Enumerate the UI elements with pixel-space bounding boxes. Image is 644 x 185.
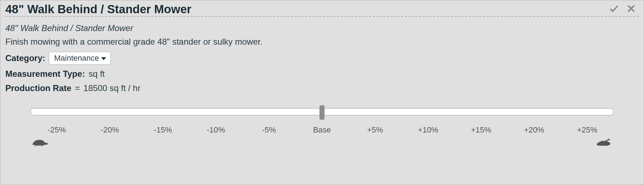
slider-tick: -15% bbox=[136, 125, 189, 135]
production-rate-value: 18500 sq ft / hr bbox=[83, 83, 140, 93]
slider-tick: +5% bbox=[348, 125, 401, 135]
rabbit-icon bbox=[595, 137, 613, 149]
measurement-row: Measurement Type: sq ft bbox=[5, 69, 639, 79]
category-label: Category: bbox=[5, 53, 45, 63]
turtle-icon bbox=[31, 137, 49, 149]
measurement-label: Measurement Type: bbox=[5, 69, 85, 79]
slider-tick: +25% bbox=[561, 125, 614, 135]
card-body: 48" Walk Behind / Stander Mower Finish m… bbox=[5, 17, 639, 149]
slider-tick: -20% bbox=[83, 125, 136, 135]
category-row: Category: Maintenance bbox=[5, 52, 639, 65]
slider-track[interactable] bbox=[30, 108, 614, 115]
slider-tick: -25% bbox=[30, 125, 83, 135]
slider-thumb[interactable] bbox=[320, 105, 324, 120]
slider-tick: Base bbox=[296, 125, 349, 135]
category-select-value: Maintenance bbox=[54, 54, 99, 63]
service-editor-card: 48" Walk Behind / Stander Mower 48" Walk… bbox=[0, 0, 644, 185]
slider-end-icons bbox=[30, 137, 614, 149]
rate-adjust-slider: -25% -20% -15% -10% -5% Base +5% +10% +1… bbox=[5, 108, 639, 149]
close-icon bbox=[626, 3, 637, 15]
service-description: Finish mowing with a commercial grade 48… bbox=[5, 37, 639, 47]
production-rate-row: Production Rate = 18500 sq ft / hr bbox=[5, 83, 639, 93]
slider-tick: +20% bbox=[508, 125, 561, 135]
slider-tick-labels: -25% -20% -15% -10% -5% Base +5% +10% +1… bbox=[30, 125, 614, 135]
slider-tick: -5% bbox=[243, 125, 296, 135]
category-select[interactable]: Maintenance bbox=[49, 52, 111, 65]
chevron-down-icon bbox=[101, 57, 106, 60]
production-rate-label: Production Rate bbox=[5, 83, 71, 93]
slider-tick: +15% bbox=[455, 125, 508, 135]
header-actions bbox=[608, 3, 639, 15]
cancel-button[interactable] bbox=[625, 3, 637, 15]
card-title: 48" Walk Behind / Stander Mower bbox=[5, 2, 195, 16]
production-rate-delim: = bbox=[75, 83, 80, 93]
measurement-value: sq ft bbox=[89, 69, 105, 79]
confirm-button[interactable] bbox=[608, 3, 620, 15]
slider-tick: +10% bbox=[401, 125, 455, 135]
service-subtitle: 48" Walk Behind / Stander Mower bbox=[5, 23, 639, 33]
card-header: 48" Walk Behind / Stander Mower bbox=[5, 2, 639, 17]
slider-tick: -10% bbox=[189, 125, 243, 135]
check-icon bbox=[609, 3, 619, 15]
